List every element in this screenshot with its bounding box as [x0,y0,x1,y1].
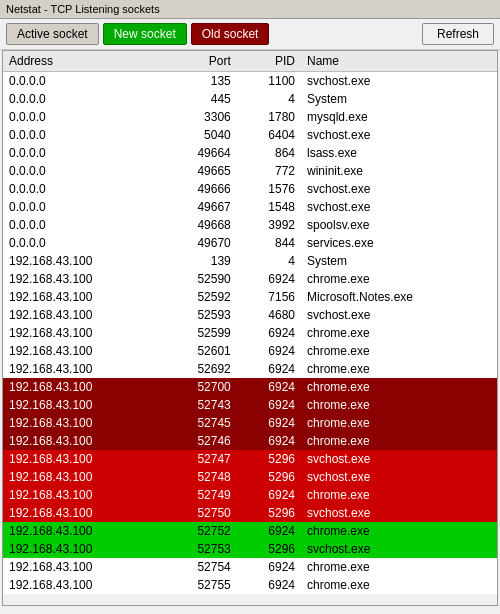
cell-name: svchost.exe [301,198,497,216]
table-row[interactable]: 192.168.43.100526016924chrome.exe [3,342,497,360]
table-row[interactable]: 192.168.43.100527505296svchost.exe [3,504,497,522]
cell-port: 52747 [161,450,236,468]
table-row[interactable]: 192.168.43.100526926924chrome.exe [3,360,497,378]
table-row[interactable]: 0.0.0.0496671548svchost.exe [3,198,497,216]
cell-pid: 1548 [237,198,301,216]
cell-port: 52745 [161,414,236,432]
cell-pid: 6924 [237,270,301,288]
cell-pid: 3992 [237,216,301,234]
cell-port: 52700 [161,378,236,396]
table-row[interactable]: 192.168.43.100527556924chrome.exe [3,576,497,594]
table-row[interactable]: 192.168.43.100527006924chrome.exe [3,378,497,396]
table-row[interactable]: 0.0.0.049665772wininit.exe [3,162,497,180]
table-row[interactable]: 192.168.43.100527496924chrome.exe [3,486,497,504]
cell-port: 49665 [161,162,236,180]
cell-name: svchost.exe [301,180,497,198]
cell-address: 0.0.0.0 [3,180,161,198]
cell-name: chrome.exe [301,414,497,432]
table-row[interactable]: 192.168.43.100527436924chrome.exe [3,396,497,414]
cell-pid: 6924 [237,360,301,378]
cell-port: 52592 [161,288,236,306]
cell-address: 192.168.43.100 [3,252,161,270]
cell-address: 192.168.43.100 [3,414,161,432]
table-row[interactable]: 192.168.43.100527475296svchost.exe [3,450,497,468]
cell-address: 192.168.43.100 [3,306,161,324]
tab-old-socket[interactable]: Old socket [191,23,270,45]
tab-active-socket[interactable]: Active socket [6,23,99,45]
cell-name: mysqld.exe [301,108,497,126]
refresh-button[interactable]: Refresh [422,23,494,45]
table-row[interactable]: 0.0.0.0496661576svchost.exe [3,180,497,198]
cell-address: 192.168.43.100 [3,576,161,594]
col-name: Name [301,51,497,72]
cell-port: 52754 [161,558,236,576]
cell-name: chrome.exe [301,432,497,450]
cell-name: chrome.exe [301,360,497,378]
cell-port: 52743 [161,396,236,414]
cell-address: 0.0.0.0 [3,198,161,216]
cell-port: 49668 [161,216,236,234]
cell-port: 52749 [161,486,236,504]
cell-address: 192.168.43.100 [3,432,161,450]
table-row[interactable]: 192.168.43.100527535296svchost.exe [3,540,497,558]
table-row[interactable]: 192.168.43.100525927156Microsoft.Notes.e… [3,288,497,306]
table-row[interactable]: 192.168.43.1001394System [3,252,497,270]
cell-address: 192.168.43.100 [3,396,161,414]
cell-address: 0.0.0.0 [3,234,161,252]
cell-port: 52599 [161,324,236,342]
cell-port: 139 [161,252,236,270]
table-row[interactable]: 192.168.43.100525906924chrome.exe [3,270,497,288]
table-row[interactable]: 0.0.0.050406404svchost.exe [3,126,497,144]
cell-address: 192.168.43.100 [3,540,161,558]
table-row[interactable]: 192.168.43.100525934680svchost.exe [3,306,497,324]
cell-pid: 5296 [237,504,301,522]
table-row[interactable]: 0.0.0.04454System [3,90,497,108]
cell-name: chrome.exe [301,396,497,414]
cell-port: 52590 [161,270,236,288]
cell-name: svchost.exe [301,126,497,144]
cell-name: chrome.exe [301,324,497,342]
cell-address: 0.0.0.0 [3,144,161,162]
table-row[interactable]: 0.0.0.033061780mysqld.exe [3,108,497,126]
cell-name: svchost.exe [301,504,497,522]
table-row[interactable]: 192.168.43.100527466924chrome.exe [3,432,497,450]
table-row[interactable]: 0.0.0.0496683992spoolsv.exe [3,216,497,234]
cell-pid: 4680 [237,306,301,324]
table-row[interactable]: 0.0.0.049670844services.exe [3,234,497,252]
cell-name: chrome.exe [301,270,497,288]
tab-new-socket[interactable]: New socket [103,23,187,45]
cell-address: 0.0.0.0 [3,216,161,234]
cell-pid: 6924 [237,486,301,504]
cell-pid: 864 [237,144,301,162]
table-row[interactable]: 192.168.43.100527546924chrome.exe [3,558,497,576]
table-row[interactable]: 0.0.0.01351100svchost.exe [3,72,497,91]
cell-pid: 5296 [237,540,301,558]
cell-pid: 6924 [237,342,301,360]
cell-address: 192.168.43.100 [3,378,161,396]
cell-name: chrome.exe [301,486,497,504]
cell-address: 192.168.43.100 [3,486,161,504]
cell-pid: 5296 [237,468,301,486]
cell-address: 192.168.43.100 [3,270,161,288]
table-row[interactable]: 0.0.0.049664864lsass.exe [3,144,497,162]
cell-name: spoolsv.exe [301,216,497,234]
cell-port: 52593 [161,306,236,324]
cell-address: 192.168.43.100 [3,360,161,378]
table-row[interactable]: 192.168.43.100525996924chrome.exe [3,324,497,342]
cell-port: 49670 [161,234,236,252]
cell-pid: 5296 [237,450,301,468]
cell-name: System [301,90,497,108]
cell-name: chrome.exe [301,576,497,594]
cell-port: 49667 [161,198,236,216]
socket-table: Address Port PID Name 0.0.0.01351100svch… [3,51,497,594]
table-row[interactable]: 192.168.43.100527526924chrome.exe [3,522,497,540]
cell-pid: 4 [237,252,301,270]
title-bar: Netstat - TCP Listening sockets [0,0,500,19]
cell-name: services.exe [301,234,497,252]
cell-port: 52692 [161,360,236,378]
cell-address: 0.0.0.0 [3,162,161,180]
table-row[interactable]: 192.168.43.100527456924chrome.exe [3,414,497,432]
cell-address: 0.0.0.0 [3,72,161,91]
cell-address: 0.0.0.0 [3,126,161,144]
table-row[interactable]: 192.168.43.100527485296svchost.exe [3,468,497,486]
